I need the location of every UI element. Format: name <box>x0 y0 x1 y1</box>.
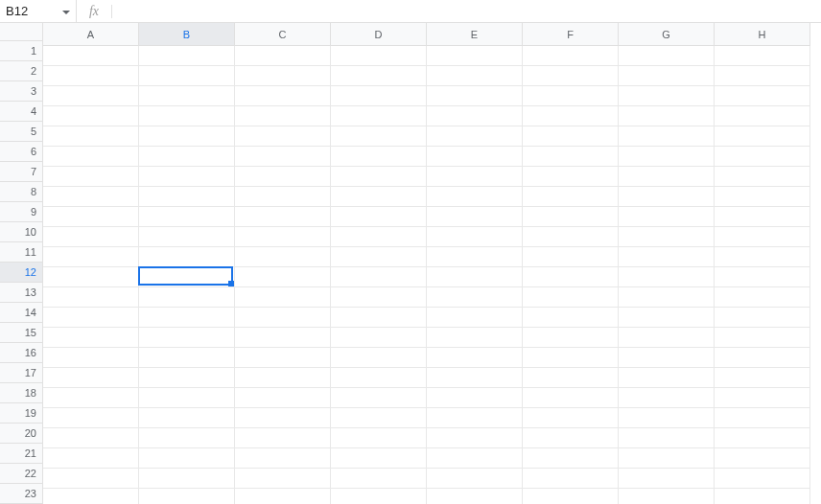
cell-g23[interactable] <box>619 489 715 504</box>
cell-c22[interactable] <box>235 469 331 489</box>
cell-b7[interactable] <box>139 167 235 187</box>
cell-d16[interactable] <box>331 348 427 368</box>
cell-c12[interactable] <box>235 267 331 287</box>
cell-f2[interactable] <box>523 66 619 86</box>
cell-c2[interactable] <box>235 66 331 86</box>
row-header-21[interactable]: 21 <box>0 444 43 464</box>
row-header-3[interactable]: 3 <box>0 81 43 102</box>
cell-d21[interactable] <box>331 448 427 469</box>
cell-d9[interactable] <box>331 207 427 227</box>
cell-b21[interactable] <box>139 448 235 469</box>
cell-c3[interactable] <box>235 86 331 106</box>
cell-f6[interactable] <box>523 147 619 167</box>
row-header-19[interactable]: 19 <box>0 403 43 424</box>
cell-h8[interactable] <box>715 187 810 207</box>
cell-h22[interactable] <box>715 469 810 489</box>
cell-c14[interactable] <box>235 308 331 328</box>
cell-a19[interactable] <box>43 408 139 428</box>
cell-e4[interactable] <box>427 106 523 126</box>
cell-f4[interactable] <box>523 106 619 126</box>
cell-d12[interactable] <box>331 267 427 287</box>
cell-f13[interactable] <box>523 287 619 308</box>
cell-a7[interactable] <box>43 167 139 187</box>
cell-b18[interactable] <box>139 388 235 408</box>
cell-c21[interactable] <box>235 448 331 469</box>
row-header-14[interactable]: 14 <box>0 303 43 323</box>
cell-c23[interactable] <box>235 489 331 504</box>
cell-h9[interactable] <box>715 207 810 227</box>
cell-e8[interactable] <box>427 187 523 207</box>
cell-f1[interactable] <box>523 46 619 66</box>
row-header-18[interactable]: 18 <box>0 383 43 403</box>
cell-c17[interactable] <box>235 368 331 388</box>
cell-g13[interactable] <box>619 287 715 308</box>
cell-h13[interactable] <box>715 287 810 308</box>
row-header-17[interactable]: 17 <box>0 363 43 383</box>
cell-b19[interactable] <box>139 408 235 428</box>
cell-b17[interactable] <box>139 368 235 388</box>
cell-g9[interactable] <box>619 207 715 227</box>
cell-b4[interactable] <box>139 106 235 126</box>
cell-e3[interactable] <box>427 86 523 106</box>
row-header-2[interactable]: 2 <box>0 61 43 81</box>
cell-e17[interactable] <box>427 368 523 388</box>
cell-a22[interactable] <box>43 469 139 489</box>
column-header-e[interactable]: E <box>427 23 523 46</box>
cell-g8[interactable] <box>619 187 715 207</box>
cell-d20[interactable] <box>331 428 427 448</box>
cell-d3[interactable] <box>331 86 427 106</box>
cell-b10[interactable] <box>139 227 235 247</box>
cell-f11[interactable] <box>523 247 619 267</box>
row-header-11[interactable]: 11 <box>0 242 43 263</box>
cell-a14[interactable] <box>43 308 139 328</box>
cell-h3[interactable] <box>715 86 810 106</box>
row-header-23[interactable]: 23 <box>0 484 43 504</box>
cell-f14[interactable] <box>523 308 619 328</box>
cell-g15[interactable] <box>619 328 715 348</box>
cell-e1[interactable] <box>427 46 523 66</box>
column-header-b[interactable]: B <box>139 23 235 46</box>
row-header-10[interactable]: 10 <box>0 222 43 242</box>
cell-b23[interactable] <box>139 489 235 504</box>
cell-h6[interactable] <box>715 147 810 167</box>
cell-e21[interactable] <box>427 448 523 469</box>
cell-f9[interactable] <box>523 207 619 227</box>
cell-h20[interactable] <box>715 428 810 448</box>
cell-h19[interactable] <box>715 408 810 428</box>
cell-h2[interactable] <box>715 66 810 86</box>
cell-f12[interactable] <box>523 267 619 287</box>
cell-b20[interactable] <box>139 428 235 448</box>
cell-c16[interactable] <box>235 348 331 368</box>
cell-a1[interactable] <box>43 46 139 66</box>
row-header-12[interactable]: 12 <box>0 263 43 283</box>
cell-c5[interactable] <box>235 126 331 147</box>
cell-g21[interactable] <box>619 448 715 469</box>
cell-h10[interactable] <box>715 227 810 247</box>
cell-e6[interactable] <box>427 147 523 167</box>
cell-d1[interactable] <box>331 46 427 66</box>
cell-e12[interactable] <box>427 267 523 287</box>
cell-g14[interactable] <box>619 308 715 328</box>
cell-c7[interactable] <box>235 167 331 187</box>
cell-a16[interactable] <box>43 348 139 368</box>
cell-f20[interactable] <box>523 428 619 448</box>
column-header-g[interactable]: G <box>619 23 715 46</box>
cell-a6[interactable] <box>43 147 139 167</box>
cell-d18[interactable] <box>331 388 427 408</box>
cell-e7[interactable] <box>427 167 523 187</box>
cell-h21[interactable] <box>715 448 810 469</box>
cell-c18[interactable] <box>235 388 331 408</box>
cell-a4[interactable] <box>43 106 139 126</box>
cell-f17[interactable] <box>523 368 619 388</box>
column-header-f[interactable]: F <box>523 23 619 46</box>
cell-g4[interactable] <box>619 106 715 126</box>
cell-h7[interactable] <box>715 167 810 187</box>
cell-c19[interactable] <box>235 408 331 428</box>
cell-e18[interactable] <box>427 388 523 408</box>
row-header-4[interactable]: 4 <box>0 102 43 122</box>
cell-h14[interactable] <box>715 308 810 328</box>
cell-f23[interactable] <box>523 489 619 504</box>
cell-g10[interactable] <box>619 227 715 247</box>
row-header-16[interactable]: 16 <box>0 343 43 363</box>
cell-f7[interactable] <box>523 167 619 187</box>
